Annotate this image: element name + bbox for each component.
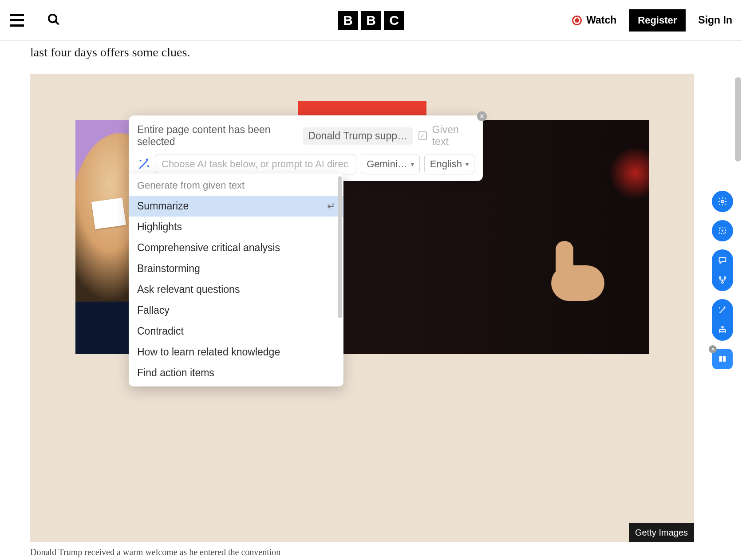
model-selected-label: Gemini…	[367, 158, 407, 170]
given-text-label: Given text	[432, 124, 474, 148]
dropdown-item-label: Fallacy	[137, 304, 170, 316]
svg-line-10	[720, 308, 725, 313]
svg-point-11	[722, 327, 723, 328]
dropdown-item-label: Find action items	[137, 367, 214, 379]
dropdown-item-fallacy[interactable]: Fallacy	[129, 300, 343, 321]
image-thumbs-up	[542, 234, 604, 301]
dropdown-item-highlights[interactable]: Highlights	[129, 217, 343, 237]
dropdown-item-label: How to learn related knowledge	[137, 346, 280, 358]
live-dot-icon	[572, 16, 582, 25]
svg-point-8	[724, 277, 726, 279]
svg-point-9	[722, 282, 723, 284]
watch-link[interactable]: Watch	[572, 14, 616, 26]
logo-letter: B	[361, 11, 381, 30]
read-icon	[718, 325, 727, 335]
article-paragraph: last four days offers some clues.	[30, 45, 742, 59]
graph-icon	[718, 275, 727, 285]
logo-letter: B	[338, 11, 358, 30]
ai-prompt-input[interactable]	[155, 154, 356, 174]
gear-icon	[718, 197, 727, 206]
chevron-down-icon: ▾	[466, 161, 469, 168]
logo-letter: C	[384, 11, 404, 30]
language-select[interactable]: English ▾	[424, 154, 474, 174]
page-scrollbar[interactable]	[735, 77, 741, 162]
dropdown-scrollbar[interactable]	[338, 176, 342, 318]
dropdown-item-find-action-items[interactable]: Find action items	[129, 363, 343, 383]
book-button[interactable]: ✕	[712, 349, 733, 369]
crop-icon	[718, 226, 727, 236]
dropdown-item-label: Brainstorming	[137, 263, 200, 275]
svg-point-0	[49, 14, 57, 22]
image-bandage	[91, 197, 126, 229]
signin-link[interactable]: Sign In	[698, 14, 732, 26]
wand-icon	[718, 305, 727, 315]
settings-button[interactable]	[712, 191, 733, 212]
svg-point-7	[719, 277, 721, 279]
chevron-down-icon: ▾	[411, 161, 414, 168]
image-caption: Donald Trump received a warm welcome as …	[30, 547, 280, 557]
bbc-logo[interactable]: B B C	[338, 11, 404, 30]
wand-read-pill[interactable]	[712, 299, 733, 341]
ai-prompt-panel: ✕ Entire page content has been selected …	[129, 115, 483, 181]
dropdown-item-label: Contradict	[137, 325, 184, 337]
dropdown-item-summarize[interactable]: Summarize↵	[129, 196, 343, 217]
svg-line-2	[139, 161, 147, 169]
ai-input-row: Gemini… ▾ English ▾	[137, 154, 474, 174]
header-right-group: Watch Register Sign In	[572, 9, 732, 32]
wand-icon	[137, 158, 150, 171]
watch-label: Watch	[586, 14, 616, 26]
menu-icon[interactable]	[10, 14, 24, 27]
site-header: B B C Watch Register Sign In	[0, 0, 742, 41]
ai-context-chip[interactable]: Donald Trump suppor…	[303, 127, 413, 145]
image-credit: Getty Images	[629, 523, 694, 542]
search-icon[interactable]	[47, 13, 60, 28]
ai-context-row: Entire page content has been selected Do…	[137, 124, 474, 148]
chat-graph-pill[interactable]	[712, 249, 733, 291]
dropdown-item-ask-relevant-questions[interactable]: Ask relevant questions	[129, 279, 343, 300]
svg-point-3	[721, 200, 724, 203]
close-badge-icon[interactable]: ✕	[709, 345, 717, 353]
chat-icon	[718, 256, 727, 265]
dropdown-item-label: Highlights	[137, 221, 182, 233]
dropdown-item-comprehensive-critical-analysis[interactable]: Comprehensive critical analysis	[129, 237, 343, 258]
dropdown-item-contradict[interactable]: Contradict	[129, 321, 343, 342]
dropdown-item-how-to-learn-related-knowledge[interactable]: How to learn related knowledge	[129, 342, 343, 363]
model-select[interactable]: Gemini… ▾	[361, 154, 420, 174]
ai-context-text: Entire page content has been selected	[137, 124, 297, 148]
image-red-light	[609, 146, 649, 200]
close-icon[interactable]: ✕	[477, 111, 487, 121]
register-button[interactable]: Register	[629, 9, 686, 32]
dropdown-item-label: Ask relevant questions	[137, 284, 240, 296]
dropdown-item-label: Summarize	[137, 200, 189, 212]
enter-icon: ↵	[327, 201, 335, 212]
floating-toolbar: ✕	[712, 191, 733, 369]
book-icon	[718, 354, 727, 364]
screenshot-button[interactable]	[712, 220, 733, 241]
given-text-checkbox[interactable]: ✓	[418, 131, 427, 140]
dropdown-section-header: Generate from given text	[129, 174, 343, 196]
svg-line-1	[55, 21, 59, 24]
dropdown-item-label: Comprehensive critical analysis	[137, 242, 280, 254]
dropdown-item-brainstorming[interactable]: Brainstorming	[129, 258, 343, 279]
language-selected-label: English	[430, 158, 462, 170]
ai-task-dropdown: Generate from given text Summarize↵Highl…	[129, 173, 343, 386]
